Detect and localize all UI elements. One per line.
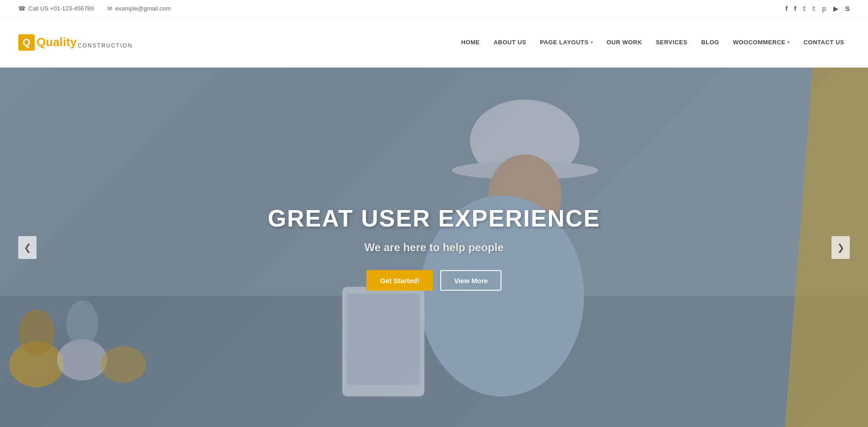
slider-next-button[interactable]: ❯ bbox=[831, 236, 850, 259]
phone-label: Call US +01-123-456789 bbox=[28, 5, 94, 12]
logo-brand-name: Quality bbox=[37, 35, 77, 49]
pinterest-icon[interactable]: 𝕡 bbox=[822, 5, 827, 13]
twitter2-icon[interactable]: 𝕥 bbox=[812, 5, 816, 13]
slider-prev-button[interactable]: ❮ bbox=[18, 236, 37, 259]
nav-services[interactable]: SERVICES bbox=[650, 35, 693, 49]
facebook2-icon[interactable]: f bbox=[794, 5, 796, 12]
email-label: example@gmail.com bbox=[115, 5, 171, 12]
logo-brand-sub: CONSTRUCTION bbox=[78, 42, 133, 49]
logo-icon: Q bbox=[18, 34, 35, 51]
nav-blog[interactable]: BLOG bbox=[695, 35, 725, 49]
logo[interactable]: Q Quality CONSTRUCTION bbox=[18, 34, 133, 51]
hero-content: GREAT USER EXPERIENCE We are here to hel… bbox=[268, 204, 601, 290]
topbar-contact-info: ☎ Call US +01-123-456789 ✉ example@gmail… bbox=[18, 5, 171, 12]
topbar: ☎ Call US +01-123-456789 ✉ example@gmail… bbox=[0, 0, 868, 17]
nav-about-us[interactable]: ABOUT US bbox=[488, 35, 532, 49]
woocommerce-arrow: ▾ bbox=[787, 40, 790, 45]
nav-our-work[interactable]: OUR WORK bbox=[601, 35, 648, 49]
header: Q Quality CONSTRUCTION HOME ABOUT US PAG… bbox=[0, 17, 868, 68]
hero-buttons: Get Started! View More bbox=[268, 270, 601, 290]
phone-info: ☎ Call US +01-123-456789 bbox=[18, 5, 94, 12]
facebook-icon[interactable]: f bbox=[785, 5, 788, 12]
email-icon: ✉ bbox=[107, 5, 112, 12]
nav-home[interactable]: HOME bbox=[455, 35, 485, 49]
nav-woocommerce[interactable]: WOOCOMMERCE ▾ bbox=[727, 35, 795, 49]
nav-contact-us[interactable]: CONTACT US bbox=[798, 35, 850, 49]
email-info: ✉ example@gmail.com bbox=[107, 5, 171, 12]
chevron-right-icon: ❯ bbox=[837, 242, 845, 253]
hero-subtitle: We are here to help people bbox=[268, 241, 601, 253]
nav-page-layouts[interactable]: PAGE LAYOUTS ▾ bbox=[534, 35, 598, 49]
skype-icon[interactable]: S bbox=[845, 5, 850, 12]
chevron-left-icon: ❮ bbox=[24, 242, 31, 253]
main-nav: HOME ABOUT US PAGE LAYOUTS ▾ OUR WORK SE… bbox=[455, 35, 850, 49]
twitter-icon[interactable]: 𝕥 bbox=[803, 5, 806, 13]
hero-slider: ❮ ❯ GREAT USER EXPERIENCE We are here to… bbox=[0, 68, 868, 427]
phone-icon: ☎ bbox=[18, 5, 26, 12]
get-started-button[interactable]: Get Started! bbox=[366, 270, 433, 290]
view-more-button[interactable]: View More bbox=[440, 270, 502, 290]
social-icons-bar: f f 𝕥 𝕥 𝕡 ▶ S bbox=[785, 5, 850, 13]
page-layouts-arrow: ▾ bbox=[591, 40, 593, 45]
hero-title: GREAT USER EXPERIENCE bbox=[268, 204, 601, 232]
youtube-icon[interactable]: ▶ bbox=[833, 5, 839, 13]
